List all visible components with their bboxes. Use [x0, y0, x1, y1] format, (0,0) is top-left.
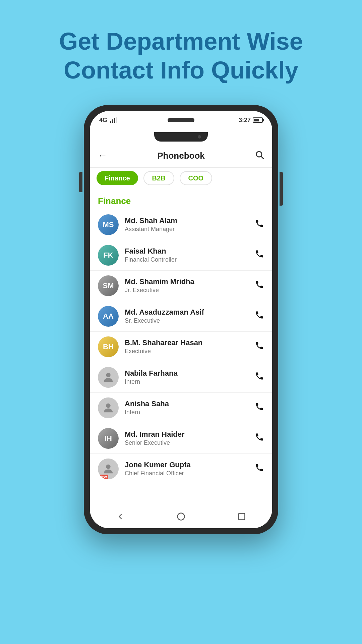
contact-item: SM Md. Shamim Mridha Jr. Executive: [90, 271, 272, 301]
contact-info: Md. Asaduzzaman Asif Sr. Executive: [125, 308, 255, 324]
avatar: AA: [98, 306, 119, 327]
contact-info: B.M. Shaharear Hasan Exectuive: [125, 338, 255, 355]
status-bar: 4G 3:27: [90, 111, 272, 129]
contact-name: B.M. Shaharear Hasan: [125, 338, 255, 347]
avatar: New: [98, 459, 119, 479]
contact-name: Nabila Farhana: [125, 369, 255, 378]
svg-point-9: [177, 513, 184, 520]
battery-icon: [253, 117, 263, 123]
contact-name: Md. Shamim Mridha: [125, 277, 255, 286]
contact-info: Anisha Saha Intern: [125, 399, 255, 416]
avatar-photo: IH: [98, 428, 119, 449]
contact-item: FK Faisal Khan Financial Controller: [90, 240, 272, 271]
nav-home-button[interactable]: [174, 509, 188, 524]
contact-role: Intern: [125, 378, 255, 385]
avatar: MS: [98, 214, 119, 235]
avatar-photo: BH: [98, 336, 119, 357]
new-badge: New: [98, 475, 108, 479]
tab-finance[interactable]: Finance: [97, 171, 138, 185]
tab-coo[interactable]: COO: [180, 171, 213, 185]
call-button[interactable]: [255, 310, 264, 322]
avatar-photo: AA: [98, 306, 119, 327]
contact-role: Jr. Executive: [125, 287, 255, 294]
bottom-nav: [90, 505, 272, 528]
tab-b2b[interactable]: B2B: [143, 171, 174, 185]
avatar-photo: MS: [98, 214, 119, 235]
svg-point-8: [106, 464, 110, 469]
contact-name: Jone Kumer Gupta: [125, 461, 255, 469]
contact-name: Md. Asaduzzaman Asif: [125, 308, 255, 317]
avatar: IH: [98, 428, 119, 449]
phone-screen: 4G 3:27: [90, 111, 272, 528]
time-display: 3:27: [239, 117, 251, 124]
call-button[interactable]: [255, 402, 264, 414]
nav-back-button[interactable]: [113, 509, 128, 524]
notch-pill: [168, 118, 194, 122]
contact-info: Faisal Khan Financial Controller: [125, 247, 255, 263]
avatar-photo: SM: [98, 275, 119, 296]
call-button[interactable]: [255, 463, 264, 475]
call-button[interactable]: [255, 432, 264, 444]
svg-rect-1: [112, 119, 113, 123]
svg-rect-3: [116, 117, 117, 123]
phone-shell: 4G 3:27: [84, 105, 278, 534]
call-button[interactable]: [255, 219, 264, 230]
notch-area: [90, 129, 272, 144]
contact-item: Nabila Farhana Intern: [90, 362, 272, 393]
contact-role: Exectuive: [125, 348, 255, 355]
contact-info: Jone Kumer Gupta Chief Financial Officer: [125, 461, 255, 477]
contact-name: Faisal Khan: [125, 247, 255, 256]
search-button[interactable]: [255, 150, 264, 162]
contact-item: IH Md. Imran Haider Senior Executive: [90, 423, 272, 454]
avatar: FK: [98, 245, 119, 266]
avatar: [98, 367, 119, 388]
section-title: Finance: [90, 189, 272, 210]
contact-info: Md. Imran Haider Senior Executive: [125, 430, 255, 446]
contact-role: Intern: [125, 409, 255, 416]
avatar: BH: [98, 336, 119, 357]
avatar-photo: FK: [98, 245, 119, 266]
call-button[interactable]: [255, 249, 264, 261]
headline-line1: Get Department Wise: [59, 27, 303, 56]
contact-role: Financial Controller: [125, 256, 255, 263]
svg-rect-0: [110, 121, 111, 123]
avatar: [98, 397, 119, 418]
network-indicator: 4G: [99, 117, 107, 124]
contact-list: Finance MS Md. Shah Alam Assistant Manag…: [90, 189, 272, 505]
svg-point-6: [106, 373, 110, 377]
contact-role: Assistant Manager: [125, 226, 255, 233]
call-button[interactable]: [255, 341, 264, 353]
battery-fill: [254, 119, 259, 121]
svg-rect-10: [239, 514, 245, 520]
contact-name: Md. Imran Haider: [125, 430, 255, 439]
contact-item: BH B.M. Shaharear Hasan Exectuive: [90, 332, 272, 362]
headline-line2: Contact Info Quickly: [59, 56, 303, 85]
contact-item: AA Md. Asaduzzaman Asif Sr. Executive: [90, 301, 272, 332]
svg-line-5: [261, 156, 263, 158]
contact-item: MS Md. Shah Alam Assistant Manager: [90, 210, 272, 240]
headline: Get Department Wise Contact Info Quickly: [59, 27, 303, 85]
contact-item: New Jone Kumer Gupta Chief Financial Off…: [90, 454, 272, 484]
contact-role: Sr. Executive: [125, 317, 255, 324]
contact-info: Md. Shamim Mridha Jr. Executive: [125, 277, 255, 294]
contact-role: Senior Executive: [125, 439, 255, 446]
signal-icon: [110, 117, 117, 123]
notch: [154, 132, 208, 142]
app-header: ← Phonebook: [90, 144, 272, 168]
contacts-container: MS Md. Shah Alam Assistant Manager FK Fa…: [90, 210, 272, 484]
call-button[interactable]: [255, 280, 264, 291]
call-button[interactable]: [255, 371, 264, 383]
status-left: 4G: [99, 117, 117, 124]
app-title: Phonebook: [157, 151, 205, 161]
contact-role: Chief Financial Officer: [125, 470, 255, 477]
contact-info: Md. Shah Alam Assistant Manager: [125, 216, 255, 233]
contact-name: Anisha Saha: [125, 399, 255, 408]
back-button[interactable]: ←: [98, 150, 107, 161]
contact-name: Md. Shah Alam: [125, 216, 255, 225]
avatar-placeholder: [98, 367, 119, 388]
tab-bar: Finance B2B COO: [90, 168, 272, 189]
status-right: 3:27: [239, 117, 263, 124]
avatar: SM: [98, 275, 119, 296]
nav-recent-button[interactable]: [234, 509, 249, 524]
contact-item: Anisha Saha Intern: [90, 393, 272, 423]
